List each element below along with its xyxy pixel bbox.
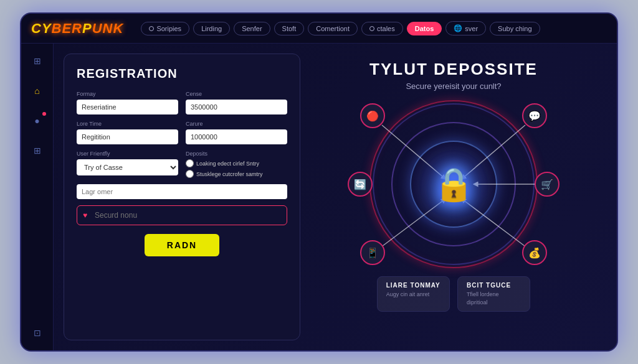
search-icon2 bbox=[369, 26, 374, 31]
nav-sver[interactable]: 🌐 sver bbox=[445, 21, 486, 35]
orbit-icon-top-left: 🔴 bbox=[360, 103, 385, 128]
nav-ctales[interactable]: ctales bbox=[361, 22, 403, 35]
nav-datos[interactable]: Datos bbox=[407, 22, 442, 35]
orbit-icon-left: 🔄 bbox=[348, 172, 373, 197]
last-omer-row bbox=[77, 184, 287, 199]
nav-lirding[interactable]: Lirding bbox=[193, 22, 230, 35]
cense-label: Cense bbox=[186, 91, 287, 97]
nav-bar: Soripies Lirding Senfer Stoft Comertiont… bbox=[141, 21, 607, 35]
registration-title: REGISTRATION bbox=[77, 67, 287, 81]
sidebar-icon-settings[interactable]: ⊡ bbox=[27, 323, 47, 343]
cense-group: Cense bbox=[186, 91, 287, 114]
nav-soripies[interactable]: Soripies bbox=[141, 22, 189, 35]
deposit-radio-1[interactable] bbox=[186, 159, 194, 167]
form-row-2: Lore time Carure bbox=[77, 121, 287, 144]
nav-comertiont[interactable]: Comertiont bbox=[308, 22, 358, 35]
logo: CYBERPUNK bbox=[31, 21, 123, 37]
bottom-card-1-text: Augy cin ait anret bbox=[386, 291, 440, 299]
orbit-icon-right: 🛒 bbox=[535, 172, 559, 197]
content-area: REGISTRATION Formay Cense Lore time bbox=[54, 44, 617, 350]
nav-stoft[interactable]: Stoft bbox=[274, 22, 305, 35]
orbit-icon-top-right: 💬 bbox=[522, 103, 547, 128]
app-container: CYBERPUNK Soripies Lirding Senfer Stoft … bbox=[20, 12, 618, 352]
carure-input[interactable] bbox=[186, 129, 287, 144]
bottom-cards: LIARE TONMAY Augy cin ait anret BCIT TGU… bbox=[377, 276, 531, 312]
last-omer-input[interactable] bbox=[77, 184, 287, 199]
right-title: TYLUT DEPOSSITE bbox=[369, 60, 538, 79]
orbit-icon-bottom-left: 📱 bbox=[360, 240, 385, 265]
deposits-group: Deposits Loaking edect cirlef Sntry Stus… bbox=[186, 151, 287, 178]
registration-panel: REGISTRATION Formay Cense Lore time bbox=[64, 54, 300, 340]
bottom-card-2: BCIT TGUCE Tfiell lordene dipritioal bbox=[457, 276, 530, 312]
search-icon bbox=[149, 26, 154, 31]
formay-group: Formay bbox=[77, 91, 178, 114]
deposit-opt1-label: Loaking edect cirlef Sntry bbox=[196, 161, 259, 167]
bottom-card-1: LIARE TONMAY Augy cin ait anret bbox=[377, 276, 450, 312]
sidebar: ⊞ ⌂ ● ⊞ ⊡ bbox=[21, 44, 54, 350]
bottom-card-2-text: Tfiell lordene dipritioal bbox=[467, 291, 521, 306]
submit-button[interactable]: RADN bbox=[145, 234, 219, 256]
formay-input[interactable] bbox=[77, 100, 178, 114]
security-diagram: 🔒 🔴 💬 🛒 💰 📱 🔄 bbox=[354, 97, 553, 271]
deposit-opt2-label: Stusklege cutcrofer samtry bbox=[196, 171, 263, 177]
user-friendly-select[interactable]: Try of Casse bbox=[77, 159, 178, 175]
password-row: ♥ bbox=[77, 205, 287, 225]
user-friendly-label: User frientfly bbox=[77, 151, 178, 157]
right-subtitle: Secure yereisit your cunlt? bbox=[406, 82, 501, 91]
carure-group: Carure bbox=[186, 121, 287, 144]
nav-senfer[interactable]: Senfer bbox=[234, 22, 270, 35]
deposits-label: Deposits bbox=[186, 151, 287, 157]
main-area: ⊞ ⌂ ● ⊞ ⊡ REGISTRATION Formay Cense bbox=[21, 44, 617, 350]
formay-label: Formay bbox=[77, 91, 178, 97]
password-input[interactable] bbox=[77, 205, 287, 225]
bottom-card-1-title: LIARE TONMAY bbox=[386, 282, 440, 289]
user-friendly-group: User frientfly Try of Casse bbox=[77, 151, 178, 178]
sidebar-icon-dot[interactable]: ● bbox=[27, 111, 47, 131]
form-row-1: Formay Cense bbox=[77, 91, 287, 114]
orbit-icon-bottom-right: 💰 bbox=[522, 240, 547, 265]
form-row-3: User frientfly Try of Casse Deposits Loa… bbox=[77, 151, 287, 178]
right-panel: TYLUT DEPOSSITE Secure yereisit your cun… bbox=[300, 54, 607, 340]
lore-time-input[interactable] bbox=[77, 129, 178, 144]
sidebar-icon-users[interactable]: ⊞ bbox=[27, 141, 47, 161]
lock-icon: 🔒 bbox=[434, 166, 474, 203]
sidebar-icon-grid[interactable]: ⊞ bbox=[27, 51, 47, 71]
nav-suby-ching[interactable]: Suby ching bbox=[490, 22, 540, 35]
lore-time-label: Lore time bbox=[77, 121, 178, 127]
bottom-card-2-title: BCIT TGUCE bbox=[467, 282, 521, 289]
lore-time-group: Lore time bbox=[77, 121, 178, 144]
cense-input[interactable] bbox=[186, 100, 287, 114]
header: CYBERPUNK Soripies Lirding Senfer Stoft … bbox=[21, 14, 617, 44]
sidebar-icon-home[interactable]: ⌂ bbox=[27, 81, 47, 101]
carure-label: Carure bbox=[186, 121, 287, 127]
deposit-radio-2[interactable] bbox=[186, 170, 194, 178]
heart-icon: ♥ bbox=[83, 211, 87, 220]
